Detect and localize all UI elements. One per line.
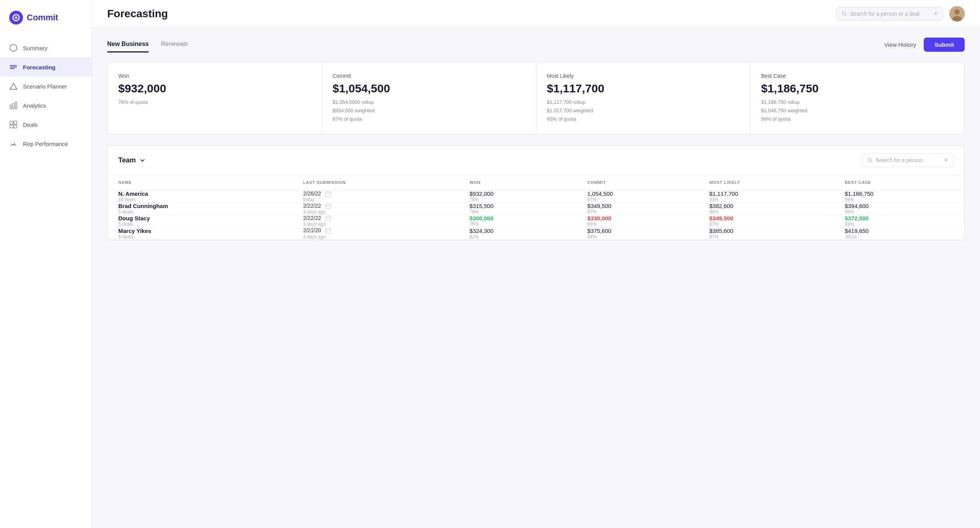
sidebar-item-scenario-planner[interactable]: Scenario Planner (0, 77, 91, 96)
table-body: N. America 16 deals 2/26/22 today $932,0… (108, 190, 964, 239)
svg-rect-14 (14, 125, 17, 128)
metric-card-won: Won $932,000 78% of quota (108, 62, 322, 134)
svg-rect-10 (15, 102, 17, 109)
col-header-most-likely: Most Likely (699, 175, 834, 190)
metric-label-most-likely: Most Likely (547, 73, 740, 79)
cell-best-case: $372,500 93% (834, 215, 964, 227)
team-title-text: Team (118, 156, 136, 164)
svg-rect-23 (325, 192, 331, 197)
avatar[interactable] (949, 6, 965, 21)
metric-sub-won: 78% of quota (118, 98, 311, 107)
svg-rect-27 (325, 204, 331, 209)
tab-list: New Business Renewals (107, 37, 200, 52)
metric-card-most-likely: Most Likely $1,117,700 $1,117,700 rollup… (536, 62, 750, 134)
chart-icon (9, 101, 18, 110)
tab-new-business[interactable]: New Business (107, 37, 149, 52)
svg-rect-8 (10, 105, 11, 109)
svg-rect-35 (325, 229, 331, 234)
global-search-input[interactable] (850, 11, 931, 17)
cell-commit: $375,600 94% (577, 227, 699, 239)
cell-last-submission: 2/22/22 3 days ago (292, 215, 459, 227)
metric-card-best-case: Best Case $1,186,750 $1,186,750 rollup $… (750, 62, 964, 134)
search-icon (842, 11, 847, 17)
team-header: Team × (108, 146, 964, 175)
cell-commit: $349,500 87% (577, 202, 699, 215)
sidebar-item-label-forecasting: Forecasting (23, 64, 56, 71)
best-case-sub1: $1,186,750 rollup (761, 98, 954, 107)
commit-sub2: $954,000 weighted (333, 107, 525, 115)
grid-icon (9, 120, 18, 129)
cell-name: Doug Stacy 5 deals (108, 215, 292, 227)
search-clear-icon[interactable]: × (934, 10, 938, 17)
col-header-best-case: Best Case (834, 175, 964, 190)
sidebar-item-forecasting[interactable]: Forecasting (0, 57, 91, 77)
most-likely-sub1: $1,117,700 rollup (547, 98, 740, 107)
cell-last-submission: 2/22/22 3 days ago (292, 202, 459, 215)
svg-point-19 (954, 9, 960, 15)
metric-value-won: $932,000 (118, 82, 311, 95)
commit-logo-icon (9, 11, 23, 25)
sidebar-item-label-scenario-planner: Scenario Planner (23, 83, 67, 90)
col-header-last-submission: Last Submission (292, 175, 459, 190)
cell-most-likely: $382,600 96% (699, 202, 834, 215)
metric-sub-commit: $1,054,5000 rollup $954,000 weighted 87%… (333, 98, 525, 123)
metric-value-best-case: $1,186,750 (761, 82, 954, 95)
cell-commit: $330,000 83% (577, 215, 699, 227)
chevron-down-icon (139, 157, 146, 164)
metric-label-won: Won (118, 73, 311, 79)
cell-best-case: $1,186,750 99% (834, 190, 964, 202)
table-header: Name Last Submission Won Commit Most Lik… (108, 175, 964, 190)
sidebar-item-deals[interactable]: Deals (0, 115, 91, 134)
svg-line-17 (845, 15, 846, 16)
sidebar-item-label-deals: Deals (23, 121, 38, 128)
sidebar-item-label-rep-performance: Rep Performance (23, 141, 68, 147)
page-title: Forecasting (107, 8, 168, 20)
cell-won: $324,300 81% (459, 227, 577, 239)
view-history-button[interactable]: View History (884, 41, 916, 48)
sidebar: Commit Summary Forecasting Scenario Plan… (0, 0, 92, 528)
metric-sub-most-likely: $1,117,700 rollup $1,017,700 weighted 93… (547, 98, 740, 123)
svg-point-3 (10, 44, 17, 51)
team-section: Team × Name Last Submission Won (107, 145, 965, 240)
metric-sub-best-case: $1,186,750 rollup $1,046,750 weighted 99… (761, 98, 954, 123)
table-row[interactable]: Marcy Yikes 6 deals 2/21/20 4 days ago $… (108, 227, 964, 239)
best-case-sub2: $1,046,750 weighted (761, 107, 954, 115)
team-table: Name Last Submission Won Commit Most Lik… (108, 175, 964, 239)
sidebar-item-summary[interactable]: Summary (0, 38, 91, 57)
global-search[interactable]: × (836, 7, 943, 21)
team-search-input[interactable] (875, 157, 941, 163)
tabs-bar: New Business Renewals View History Submi… (107, 37, 965, 52)
svg-rect-11 (10, 121, 13, 124)
table-row[interactable]: N. America 16 deals 2/26/22 today $932,0… (108, 190, 964, 202)
metric-value-commit: $1,054,500 (333, 82, 525, 95)
svg-point-2 (15, 16, 17, 19)
table-row[interactable]: Brad Cunningham 5 deals 2/22/22 3 days a… (108, 202, 964, 215)
table-row[interactable]: Doug Stacy 5 deals 2/22/22 3 days ago $3… (108, 215, 964, 227)
team-title[interactable]: Team (118, 156, 146, 164)
metric-label-best-case: Best Case (761, 73, 954, 79)
submit-button[interactable]: Submit (924, 38, 965, 52)
svg-rect-13 (10, 125, 13, 128)
lines-icon (9, 63, 18, 71)
svg-marker-7 (10, 83, 17, 89)
tab-renewals[interactable]: Renewals (161, 37, 188, 52)
sidebar-item-analytics[interactable]: Analytics (0, 96, 91, 115)
header: Forecasting × (92, 0, 980, 28)
sidebar-logo[interactable]: Commit (0, 0, 91, 35)
cell-most-likely: $385,600 97% (699, 227, 834, 239)
gauge-icon (9, 139, 18, 148)
cell-most-likely: $1,117,700 93% (699, 190, 834, 202)
cell-most-likely: $349,500 87% (699, 215, 834, 227)
svg-point-16 (843, 11, 846, 15)
team-search-clear-icon[interactable]: × (944, 157, 948, 164)
cell-name: N. America 16 deals (108, 190, 292, 202)
most-likely-sub3: 93% of quota (547, 115, 740, 123)
cell-best-case: $394,600 99% (834, 202, 964, 215)
sidebar-item-rep-performance[interactable]: Rep Performance (0, 134, 91, 153)
col-header-commit: Commit (577, 175, 699, 190)
commit-sub3: 87% of quota (333, 115, 525, 123)
svg-line-22 (871, 161, 872, 162)
main-content: Forecasting × New Business (92, 0, 980, 528)
team-search[interactable]: × (862, 153, 954, 167)
metric-value-most-likely: $1,117,700 (547, 82, 740, 95)
